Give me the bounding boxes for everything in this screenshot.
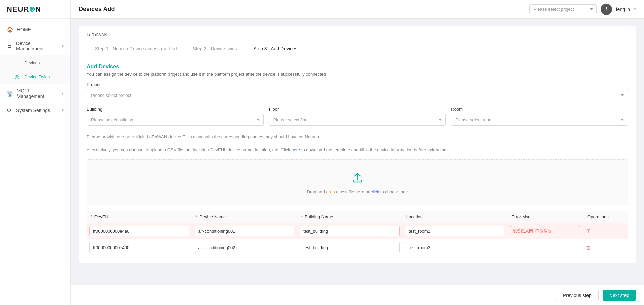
input-building-1[interactable] [300, 242, 400, 253]
building-label: Building [87, 107, 264, 112]
user-menu-chevron[interactable]: ▾ [634, 7, 636, 11]
input-building-0[interactable] [300, 226, 400, 236]
input-device-name-1[interactable] [195, 242, 295, 253]
delete-row-button-1[interactable]: 🗑 [586, 244, 591, 251]
table-row: 🗑 [87, 239, 628, 256]
next-step-button[interactable]: Next step [603, 290, 636, 301]
sidebar-item-device-twins-label: Device Twins [24, 74, 50, 79]
cell-operations-1: 🗑 [583, 239, 628, 256]
upload-prefix: Drag and [307, 189, 326, 194]
cell-device-name-0 [192, 223, 297, 239]
sidebar-subnav-device-management: □ Devices ◎ Device Twins [0, 55, 70, 84]
content-area: LoRaWAN Step 1 - Neuron Device access me… [71, 19, 644, 285]
sidebar-item-devices-label: Devices [24, 60, 40, 65]
main-card: LoRaWAN Step 1 - Neuron Device access me… [79, 26, 636, 263]
room-select[interactable]: Please select room [451, 114, 628, 126]
lorawan-label: LoRaWAN [87, 32, 628, 37]
page-title: Devices Add [79, 6, 115, 13]
sidebar-item-mqtt-management[interactable]: 📡 MQTT Management ▾ [0, 84, 70, 103]
project-row: Project Please select project [87, 82, 628, 101]
project-select[interactable]: Please select project [87, 89, 628, 101]
device-table-container: * DevEUI * Device Name * Building Name [87, 211, 628, 256]
chevron-down-icon-3: ▾ [62, 108, 64, 112]
col-building-name: * Building Name [297, 211, 402, 223]
table-header: * DevEUI * Device Name * Building Name [87, 211, 628, 223]
avatar-initial: f [606, 7, 607, 12]
devices-icon: □ [15, 60, 21, 66]
cell-dev-eui-1 [87, 239, 192, 256]
building-select[interactable]: Please select building [87, 114, 264, 126]
logo: NEUR⊗N [0, 0, 70, 19]
settings-icon: ⚙ [7, 107, 13, 113]
step-3[interactable]: Step 3 - Add Devices [245, 43, 305, 55]
upload-drop-text: drop [326, 189, 335, 194]
col-device-name: * Device Name [192, 211, 297, 223]
section-title: Add Devices [87, 64, 628, 70]
home-icon: 🏠 [7, 26, 13, 33]
device-twins-icon: ◎ [15, 74, 21, 80]
step-1[interactable]: Step 1 - Neuron Device access method [87, 43, 185, 55]
hint-text-2: Alternatively, you can choose to upload … [87, 145, 628, 155]
device-table: * DevEUI * Device Name * Building Name [87, 211, 628, 256]
sidebar-item-device-management[interactable]: 🖥 Device Management ▾ [0, 37, 70, 55]
upload-suffix: to choose one [380, 189, 408, 194]
sidebar-item-device-twins[interactable]: ◎ Device Twins [0, 70, 70, 84]
upload-middle: a .csv file here or [336, 189, 371, 194]
cell-device-name-1 [192, 239, 297, 256]
previous-step-button[interactable]: Previous step [556, 290, 599, 301]
room-label: Room [451, 107, 628, 112]
room-row: Room Please select room [451, 107, 628, 126]
input-dev-eui-0[interactable] [89, 226, 189, 236]
hint-text-1: Please provide one or multiple LoRaWAN d… [87, 131, 628, 142]
project-label: Project [87, 82, 628, 87]
input-location-1[interactable] [405, 242, 505, 253]
upload-icon [98, 170, 617, 187]
table-body: 设备已入网, 不能修改🗑🗑 [87, 223, 628, 256]
chevron-down-icon-2: ▾ [62, 91, 64, 96]
sidebar-item-devices[interactable]: □ Devices [0, 55, 70, 70]
avatar: f [601, 4, 612, 15]
location-row: Building Please select building Floor Pl… [87, 107, 628, 131]
col-dev-eui: * DevEUI [87, 211, 192, 223]
cell-building-0 [297, 223, 402, 239]
cell-building-1 [297, 239, 402, 256]
table-row: 设备已入网, 不能修改🗑 [87, 223, 628, 239]
upload-text: Drag and drop a .csv file here or click … [98, 189, 617, 194]
section-description: You can assign the device to the platfor… [87, 72, 628, 77]
user-name: fenglin [616, 7, 630, 12]
device-management-icon: 🖥 [7, 43, 13, 49]
sidebar-item-system-settings[interactable]: ⚙ System Settings ▾ [0, 103, 70, 117]
sidebar-item-home[interactable]: 🏠 HOME [0, 22, 70, 37]
cell-error-0: 设备已入网, 不能修改 [507, 223, 583, 239]
upload-area[interactable]: Drag and drop a .csv file here or click … [87, 159, 628, 205]
sidebar: NEUR⊗N 🏠 HOME 🖥 Device Management ▾ □ De… [0, 0, 71, 305]
delete-row-button-0[interactable]: 🗑 [586, 228, 591, 234]
input-location-0[interactable] [405, 226, 505, 236]
sidebar-item-device-management-label: Device Management [16, 41, 58, 51]
hint2-link[interactable]: here [291, 147, 300, 152]
sidebar-item-mqtt-label: MQTT Management [17, 88, 58, 99]
step-3-label: Step 3 - Add Devices [253, 46, 297, 51]
hint2-prefix: Alternatively, you can choose to upload … [87, 147, 291, 152]
cell-operations-0: 🗑 [583, 223, 628, 239]
project-select-topbar[interactable]: Please select project [529, 4, 597, 14]
mqtt-icon: 📡 [7, 90, 13, 97]
chevron-down-icon: ▾ [62, 44, 64, 48]
sidebar-nav: 🏠 HOME 🖥 Device Management ▾ □ Devices ◎… [0, 19, 70, 305]
col-error-msg: Error Msg [507, 211, 583, 223]
add-devices-section: Add Devices You can assign the device to… [87, 64, 628, 256]
logo-text: NEUR⊗N [7, 5, 41, 14]
cell-location-1 [402, 239, 507, 256]
input-dev-eui-1[interactable] [89, 242, 189, 253]
cell-error-1 [507, 239, 583, 256]
required-mark-3: * [301, 214, 303, 219]
step-2[interactable]: Step 2 - Device twins [185, 43, 245, 55]
input-device-name-0[interactable] [195, 226, 295, 236]
floor-select[interactable]: Please select floor [269, 114, 446, 126]
hint2-suffix: to download the template and fill in the… [301, 147, 450, 152]
floor-label: Floor [269, 107, 446, 112]
upload-click-text[interactable]: click [371, 189, 379, 194]
step-1-label: Step 1 - Neuron Device access method [95, 46, 177, 51]
error-msg-0: 设备已入网, 不能修改 [510, 226, 580, 236]
step-2-label: Step 2 - Device twins [193, 46, 237, 51]
